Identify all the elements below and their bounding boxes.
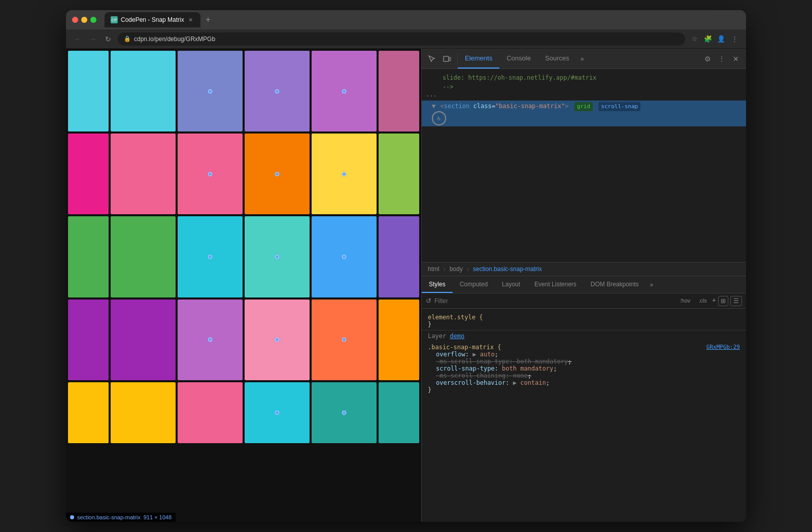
new-tab-button[interactable]: +: [202, 15, 214, 25]
hov-filter-button[interactable]: :hov: [677, 296, 694, 306]
tile: [178, 216, 243, 297]
tile: [245, 382, 310, 443]
cls-filter-button[interactable]: .cls: [695, 296, 710, 306]
close-button[interactable]: [72, 17, 78, 23]
breadcrumb-bar: html › body › section.basic-snap-matrix: [422, 262, 746, 276]
tile: [111, 300, 176, 380]
tab-console[interactable]: Console: [499, 49, 538, 69]
tab-close-icon[interactable]: ✕: [187, 16, 194, 23]
nav-bar: ← → ↻ 🔒 cdpn.io/pen/debug/GRxMPGb ☆ 🧩 👤 …: [66, 29, 746, 49]
tab-elements[interactable]: Elements: [458, 49, 499, 69]
styles-filter-bar: ↺ :hov .cls + ⊞ ☰: [422, 293, 746, 309]
grid-badge[interactable]: grid: [574, 102, 593, 111]
extensions-icon[interactable]: 🧩: [702, 34, 714, 45]
snap-dot: [208, 172, 212, 176]
styles-tab-dom-breakpoints[interactable]: DOM Breakpoints: [584, 276, 646, 293]
tile: [178, 134, 243, 214]
settings-icon[interactable]: ⚙: [701, 53, 714, 65]
basic-snap-close: }: [428, 386, 431, 393]
css-rules: element.style { } Layer demo GRxMPGb:29 …: [422, 309, 746, 522]
lock-icon: 🔒: [124, 36, 131, 42]
devtools-close-icon[interactable]: ✕: [730, 53, 742, 65]
devtools-icons: [422, 53, 458, 65]
expand-triangle[interactable]: ▼: [432, 103, 435, 110]
tile: [245, 134, 310, 214]
tile: [379, 51, 419, 131]
tile: [312, 300, 377, 380]
overscroll-arrow[interactable]: ▶: [513, 379, 517, 386]
div-line[interactable]: [422, 138, 746, 150]
tile: [68, 300, 109, 380]
bookmark-icon[interactable]: ☆: [689, 34, 700, 45]
styles-tab-computed[interactable]: Computed: [453, 276, 495, 293]
snap-grid: [66, 49, 421, 522]
active-tab[interactable]: CP CodePen - Snap Matrix ✕: [105, 12, 200, 27]
styles-tab-styles[interactable]: Styles: [422, 276, 453, 293]
forward-button[interactable]: →: [87, 34, 98, 45]
new-style-rule-icon[interactable]: ⊞: [718, 296, 728, 306]
tile: [68, 382, 109, 443]
div-lines: [422, 126, 746, 262]
layer-demo-link[interactable]: demo: [450, 332, 464, 340]
back-button[interactable]: ←: [72, 34, 83, 45]
tile: [111, 382, 176, 443]
scroll-snap-badge[interactable]: scroll-snap: [598, 102, 640, 111]
url-text: cdpn.io/pen/debug/GRxMPGb: [134, 36, 215, 43]
div-line[interactable]: [422, 244, 746, 256]
div-line[interactable]: [422, 174, 746, 185]
tile: [111, 51, 176, 131]
tab-sources[interactable]: Sources: [538, 49, 577, 69]
div-line[interactable]: [422, 197, 746, 209]
refresh-button[interactable]: ↻: [103, 34, 114, 45]
add-style-button[interactable]: +: [712, 296, 716, 306]
div-line[interactable]: [422, 150, 746, 162]
div-line[interactable]: [422, 256, 746, 262]
element-style-selector: element.style {: [428, 314, 483, 321]
div-line[interactable]: [422, 209, 746, 221]
styles-tab-more[interactable]: »: [646, 281, 658, 288]
div-line[interactable]: [422, 185, 746, 197]
div-line[interactable]: [422, 232, 746, 244]
breadcrumb-section[interactable]: section.basic-snap-matrix: [471, 264, 544, 274]
tile: [312, 216, 377, 297]
tab-title: CodePen - Snap Matrix: [121, 16, 184, 23]
breadcrumb-html[interactable]: html: [426, 264, 442, 274]
div-line[interactable]: [422, 126, 746, 138]
minimize-button[interactable]: [81, 17, 87, 23]
profile-icon[interactable]: 👤: [716, 34, 727, 45]
inspect-icon[interactable]: [426, 53, 438, 65]
layer-line: Layer demo: [422, 330, 746, 342]
address-bar[interactable]: 🔒 cdpn.io/pen/debug/GRxMPGb: [118, 32, 685, 46]
devtools-more-icon[interactable]: ⋮: [716, 53, 728, 65]
snap-dot: [275, 172, 279, 176]
styles-tab-event-listeners[interactable]: Event Listeners: [527, 276, 584, 293]
tile: [68, 51, 109, 131]
css-source-link[interactable]: GRxMPGb:29: [706, 344, 740, 350]
ms-scroll-chain-prop: -ms-scroll-chaining: [436, 372, 505, 379]
snap-dot: [342, 89, 346, 93]
devtools-actions: ⚙ ⋮ ✕: [697, 53, 746, 65]
menu-icon[interactable]: ⋮: [729, 34, 740, 45]
device-icon[interactable]: [441, 53, 453, 65]
accessibility-icon[interactable]: ♿: [432, 111, 446, 125]
status-dot: [70, 515, 74, 519]
snap-dot: [208, 89, 212, 93]
toggle-sidebar-icon[interactable]: ☰: [730, 296, 742, 306]
selected-element-line[interactable]: ▼ <section class="basic-snap-matrix"> gr…: [422, 101, 746, 126]
html-tree: slide: https://oh-snap.netlify.app/#matr…: [422, 69, 746, 262]
status-bar: section.basic-snap-matrix 911 × 1048: [66, 513, 176, 522]
nav-actions: ☆ 🧩 👤 ⋮: [689, 34, 740, 45]
tree-more[interactable]: ···: [422, 91, 746, 101]
breadcrumb-body[interactable]: body: [448, 264, 465, 274]
tab-more-icon[interactable]: »: [577, 55, 588, 62]
tile: [178, 300, 243, 380]
snap-dot: [208, 338, 212, 342]
styles-filter-input[interactable]: [434, 297, 674, 305]
svg-rect-0: [444, 56, 449, 61]
tree-comment-2: -->: [422, 82, 746, 91]
maximize-button[interactable]: [90, 17, 96, 23]
div-line[interactable]: [422, 221, 746, 232]
refresh-filter-icon[interactable]: ↺: [426, 297, 431, 305]
div-line[interactable]: [422, 162, 746, 174]
styles-tab-layout[interactable]: Layout: [495, 276, 527, 293]
